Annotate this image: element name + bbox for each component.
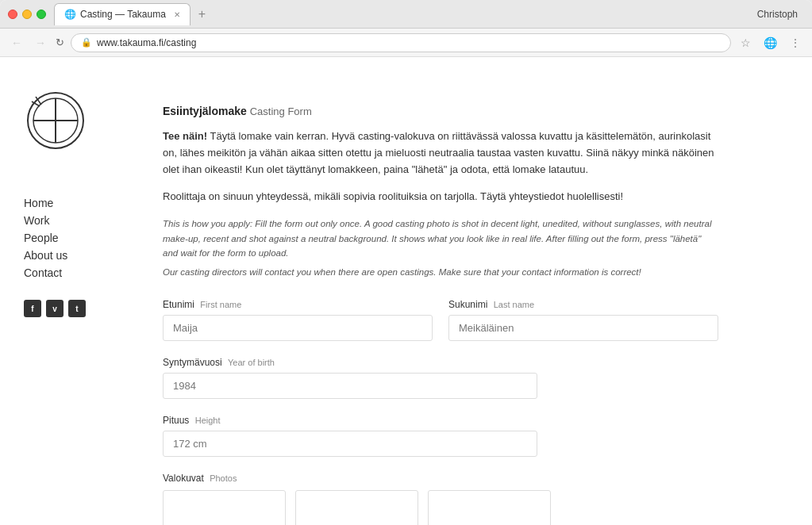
nav-item-contact[interactable]: Contact [24,265,115,281]
nav-menu: Home Work People About us Contact [24,195,115,281]
social-links: f v t [24,300,115,317]
menu-icon[interactable]: ⋮ [787,35,804,51]
tab-favicon: 🌐 [64,9,75,20]
birth-label-fi: Syntymävuosi [163,357,222,368]
birth-input[interactable] [163,373,537,399]
nav-item-home[interactable]: Home [24,195,115,211]
birth-group: Syntymävuosi Year of birth [163,357,537,399]
intro-bold: Tee näin! [163,130,207,142]
photos-section: Valokuvat Photos [163,473,718,525]
intro-paragraph: Tee näin! Täytä lomake vain kerran. Hyvä… [163,128,718,178]
height-group: Pituus Height [163,415,537,457]
tab-close-icon[interactable]: ✕ [174,10,180,19]
lastname-label-en: Last name [494,300,534,309]
logo-image [24,89,87,152]
browser-tab[interactable]: 🌐 Casting — Takauma ✕ [54,3,190,25]
sidebar: Home Work People About us Contact [0,57,131,525]
firstname-label: Etunimi First name [163,299,433,310]
nav-item-people[interactable]: People [24,230,115,246]
nav-item-work[interactable]: Work [24,213,115,228]
work-link[interactable]: Work [24,213,115,228]
traffic-lights [8,10,46,19]
main-area: Esiintyjälomake Casting Form Tee näin! T… [131,57,750,525]
height-label: Pituus Height [163,415,537,426]
lastname-label: Sukunimi Last name [448,299,718,310]
lastname-label-fi: Sukunimi [448,299,487,310]
firstname-label-fi: Etunimi [163,299,194,310]
about-link[interactable]: About us [24,247,115,263]
height-input[interactable] [163,431,537,457]
new-tab-button[interactable]: + [194,7,210,21]
forward-button[interactable]: → [32,35,49,51]
firstname-group: Etunimi First name [163,299,433,341]
intro-text: Täytä lomake vain kerran. Hyvä casting-v… [163,130,714,175]
lastname-group: Sukunimi Last name [448,299,718,341]
people-link[interactable]: People [24,230,115,246]
birth-label-en: Year of birth [228,358,275,367]
lock-icon: 🔒 [81,37,92,48]
nav-item-about[interactable]: About us [24,247,115,263]
refresh-button[interactable]: ↻ [56,36,64,48]
photos-label-en: Photos [210,473,237,483]
birth-label: Syntymävuosi Year of birth [163,357,537,368]
url-bar[interactable]: 🔒 www.takauma.fi/casting [71,33,731,52]
home-link[interactable]: Home [24,195,115,211]
photos-label: Valokuvat Photos [163,473,718,484]
photo-upload-1[interactable] [163,490,286,525]
apply-paragraph-2: Our casting directors will contact you w… [163,265,718,279]
photo-upload-2[interactable] [295,490,418,525]
tab-bar: 🌐 Casting — Takauma ✕ + [54,3,757,25]
contact-link[interactable]: Contact [24,265,115,281]
translate-icon[interactable]: 🌐 [760,35,780,51]
vimeo-button[interactable]: v [46,300,63,317]
back-button[interactable]: ← [8,35,25,51]
height-label-en: Height [195,416,221,425]
browser-window: 🌐 Casting — Takauma ✕ + Christoph ← → ↻ … [0,0,812,525]
facebook-button[interactable]: f [24,300,41,317]
url-text: www.takauma.fi/casting [97,37,196,48]
firstname-label-en: First name [200,300,241,309]
name-row: Etunimi First name Sukunimi Last name [163,299,718,341]
tumblr-button[interactable]: t [68,300,86,317]
bookmark-icon[interactable]: ☆ [737,35,754,51]
tab-title: Casting — Takauma [80,9,166,20]
address-bar: ← → ↻ 🔒 www.takauma.fi/casting ☆ 🌐 ⋮ [0,29,812,57]
sidebar-nav: Home Work People About us Contact [24,195,115,281]
page-content: Home Work People About us Contact [0,57,812,525]
apply-paragraph-1: This is how you apply: Fill the form out… [163,217,718,260]
photos-label-fi: Valokuvat [163,473,204,484]
title-bar: 🌐 Casting — Takauma ✕ + Christoph [0,0,812,29]
page-heading: Esiintyjälomake Casting Form [163,105,718,117]
photo-upload-3[interactable] [428,490,551,525]
height-label-fi: Pituus [163,415,189,426]
firstname-input[interactable] [163,315,433,341]
maximize-button[interactable] [37,10,46,19]
contact-paragraph: Roolittaja on sinuun yhteydessä, mikäli … [163,189,718,205]
logo-container [24,89,115,155]
close-button[interactable] [8,10,17,19]
heading-fi: Esiintyjälomake [163,105,247,117]
heading-en: Casting Form [250,105,312,117]
lastname-input[interactable] [448,315,718,341]
contact-text: Roolittaja on sinuun yhteydessä, mikäli … [163,190,623,202]
user-name: Christoph [757,9,804,20]
photos-grid [163,490,718,525]
minimize-button[interactable] [22,10,32,19]
casting-form: Etunimi First name Sukunimi Last name [163,299,718,525]
